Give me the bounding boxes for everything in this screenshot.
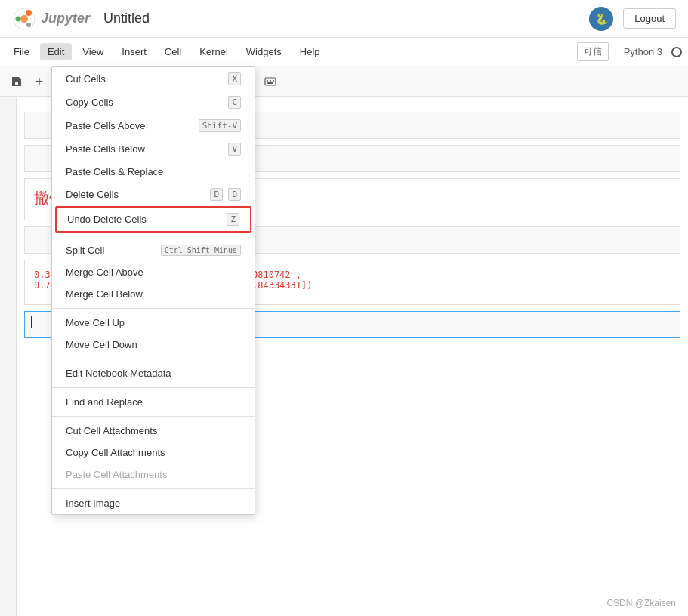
kernel-status-icon xyxy=(671,47,682,57)
jupyter-wordmark: Jupyter xyxy=(41,11,90,26)
undo-delete-label: Undo Delete Cells xyxy=(67,214,147,225)
svg-point-7 xyxy=(672,48,681,57)
edit-metadata-label: Edit Notebook Metadata xyxy=(66,368,171,379)
menu-cut-cells[interactable]: Cut Cells X xyxy=(52,67,255,91)
menu-item-file[interactable]: File xyxy=(6,43,37,60)
menu-insert-image[interactable]: Insert Image xyxy=(52,492,255,514)
paste-replace-label: Paste Cells & Replace xyxy=(66,166,163,177)
svg-point-2 xyxy=(26,23,31,27)
menu-find-replace[interactable]: Find and Replace xyxy=(52,391,255,413)
copy-cells-shortcut: C xyxy=(228,96,241,109)
python-icon: 🐍 xyxy=(588,6,614,32)
edit-dropdown-menu: Cut Cells X Copy Cells C Paste Cells Abo… xyxy=(51,66,255,515)
cell-6-cursor xyxy=(31,316,32,328)
title-right: 🐍 Logout xyxy=(588,6,676,32)
dropdown-divider-3 xyxy=(52,359,255,359)
menu-move-down[interactable]: Move Cell Down xyxy=(52,334,255,356)
cut-cells-label: Cut Cells xyxy=(66,73,106,85)
dropdown-divider-4 xyxy=(52,387,255,388)
menu-undo-delete[interactable]: Undo Delete Cells Z xyxy=(55,206,251,233)
paste-below-label: Paste Cells Below xyxy=(66,143,145,155)
dropdown-divider-2 xyxy=(52,308,255,309)
insert-image-label: Insert Image xyxy=(66,497,120,509)
left-sidebar xyxy=(0,97,17,616)
merge-below-label: Merge Cell Below xyxy=(66,288,143,300)
watermark: CSDN @Zkaisen xyxy=(606,598,676,608)
kernel-info: Python 3 xyxy=(618,46,668,57)
keyboard-shortcuts-button[interactable] xyxy=(260,71,281,92)
title-bar: Jupyter Untitled 🐍 Logout xyxy=(0,0,688,38)
logout-button[interactable]: Logout xyxy=(623,8,676,29)
menu-bar: File Edit View Insert Cell Kernel Widget… xyxy=(0,38,688,66)
trusted-badge: 可信 xyxy=(577,42,609,61)
delete-cells-label: Delete Cells xyxy=(66,189,119,200)
paste-attachments-label: Paste Cell Attachments xyxy=(66,469,167,480)
menu-item-edit[interactable]: Edit xyxy=(40,43,72,60)
jupyter-logo: Jupyter xyxy=(12,7,90,31)
menu-merge-above[interactable]: Merge Cell Above xyxy=(52,261,255,283)
menu-copy-cells[interactable]: Copy Cells C xyxy=(52,91,255,114)
move-down-label: Move Cell Down xyxy=(66,339,137,350)
dropdown-divider-6 xyxy=(52,488,255,489)
menu-move-up[interactable]: Move Cell Up xyxy=(52,312,255,334)
menu-paste-attachments: Paste Cell Attachments xyxy=(52,464,255,485)
split-cell-shortcut: Ctrl-Shift-Minus xyxy=(161,245,241,256)
split-cell-label: Split Cell xyxy=(66,245,104,256)
notebook-title[interactable]: Untitled xyxy=(103,11,150,26)
menu-delete-cells[interactable]: Delete Cells D D xyxy=(52,183,255,206)
menu-item-kernel[interactable]: Kernel xyxy=(192,43,236,60)
menu-item-cell[interactable]: Cell xyxy=(157,43,189,60)
paste-above-shortcut: Shift-V xyxy=(199,119,241,132)
cut-cells-shortcut: X xyxy=(228,72,241,85)
menu-split-cell[interactable]: Split Cell Ctrl-Shift-Minus xyxy=(52,239,255,261)
svg-point-3 xyxy=(16,16,21,21)
undo-delete-shortcut: Z xyxy=(227,213,239,226)
menu-item-help[interactable]: Help xyxy=(292,43,328,60)
jupyter-icon xyxy=(12,7,36,31)
dropdown-divider-5 xyxy=(52,416,255,417)
menu-merge-below[interactable]: Merge Cell Below xyxy=(52,283,255,305)
add-cell-button[interactable]: + xyxy=(29,71,50,92)
find-replace-label: Find and Replace xyxy=(66,396,143,408)
move-up-label: Move Cell Up xyxy=(66,317,125,328)
menu-copy-attachments[interactable]: Copy Cell Attachments xyxy=(52,442,255,464)
svg-point-1 xyxy=(26,10,32,16)
paste-above-label: Paste Cells Above xyxy=(66,120,146,131)
dropdown-divider-1 xyxy=(52,236,255,236)
cut-attachments-label: Cut Cell Attachments xyxy=(66,425,157,436)
merge-above-label: Merge Cell Above xyxy=(66,266,143,278)
menu-cut-attachments[interactable]: Cut Cell Attachments xyxy=(52,420,255,442)
copy-attachments-label: Copy Cell Attachments xyxy=(66,447,165,458)
title-left: Jupyter Untitled xyxy=(12,7,150,31)
svg-text:🐍: 🐍 xyxy=(595,13,609,26)
paste-below-shortcut: V xyxy=(228,143,241,156)
delete-cells-shortcut: D D xyxy=(210,188,241,201)
menu-item-widgets[interactable]: Widgets xyxy=(239,43,289,60)
menu-paste-below[interactable]: Paste Cells Below V xyxy=(52,137,255,161)
menu-paste-replace[interactable]: Paste Cells & Replace xyxy=(52,161,255,183)
copy-cells-label: Copy Cells xyxy=(66,97,113,108)
menu-item-insert[interactable]: Insert xyxy=(114,43,154,60)
save-button[interactable] xyxy=(6,71,27,92)
menu-edit-metadata[interactable]: Edit Notebook Metadata xyxy=(52,362,255,384)
menu-paste-above[interactable]: Paste Cells Above Shift-V xyxy=(52,114,255,137)
menu-item-view[interactable]: View xyxy=(75,43,111,60)
svg-point-4 xyxy=(20,15,28,23)
